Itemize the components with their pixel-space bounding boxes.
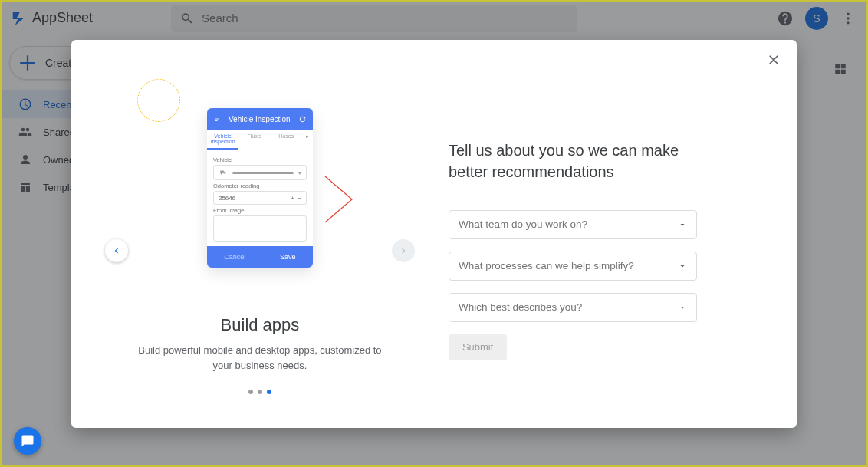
- dropdown-icon: [678, 303, 687, 312]
- carousel-dot[interactable]: [248, 390, 253, 394]
- chevron-right-icon: [398, 245, 409, 256]
- processes-select[interactable]: What processes can we help simplify?: [449, 252, 697, 281]
- chat-icon: [21, 434, 35, 448]
- decorative-arrow: [321, 173, 360, 226]
- modal-scrim: Vehicle Inspection Vehicle Inspection Fl…: [2, 2, 866, 465]
- select-placeholder: What processes can we help simplify?: [459, 260, 634, 271]
- phone-tabs: Vehicle Inspection Fluids Hoses ▸: [207, 130, 313, 150]
- phone-image-box: [213, 215, 307, 242]
- onboarding-dialog: Vehicle Inspection Vehicle Inspection Fl…: [71, 40, 797, 428]
- refresh-icon: [298, 115, 307, 123]
- select-placeholder: What team do you work on?: [459, 219, 587, 230]
- close-icon: [766, 52, 781, 67]
- form-pane: Tell us about you so we can make better …: [449, 40, 797, 428]
- carousel-dot[interactable]: [258, 390, 262, 394]
- phone-body: Vehicle ▾ Odometer reading 25646 + − Fro…: [207, 150, 313, 246]
- phone-mockup: Vehicle Inspection Vehicle Inspection Fl…: [207, 108, 313, 268]
- menu-icon: [213, 115, 222, 123]
- phone-odometer-input: 25646 + −: [213, 191, 307, 205]
- dropdown-icon: [678, 220, 687, 229]
- truck-icon: [219, 169, 228, 176]
- carousel-dots: [248, 390, 271, 394]
- chevron-left-icon: [111, 245, 122, 256]
- carousel-dot[interactable]: [267, 390, 271, 394]
- slide-illustration: Vehicle Inspection Vehicle Inspection Fl…: [145, 81, 375, 295]
- select-placeholder: Which best describes you?: [459, 301, 582, 313]
- form-heading: Tell us about you so we can make better …: [449, 140, 694, 183]
- submit-button[interactable]: Submit: [449, 334, 507, 360]
- phone-vehicle-select: ▾: [213, 165, 307, 180]
- carousel-prev-button[interactable]: [105, 239, 128, 262]
- decorative-circle: [137, 79, 180, 122]
- phone-header: Vehicle Inspection: [207, 108, 313, 130]
- team-select[interactable]: What team do you work on?: [449, 210, 697, 239]
- close-button[interactable]: [766, 52, 781, 71]
- chat-fab[interactable]: [14, 427, 41, 455]
- carousel-pane: Vehicle Inspection Vehicle Inspection Fl…: [71, 40, 449, 428]
- dropdown-icon: [678, 261, 687, 271]
- phone-footer: Cancel Save: [207, 246, 313, 268]
- describe-select[interactable]: Which best describes you?: [449, 293, 697, 322]
- slide-title: Build apps: [221, 315, 300, 335]
- slide-description: Build powerful mobile and desktop apps, …: [133, 343, 386, 373]
- carousel-next-button[interactable]: [392, 239, 415, 262]
